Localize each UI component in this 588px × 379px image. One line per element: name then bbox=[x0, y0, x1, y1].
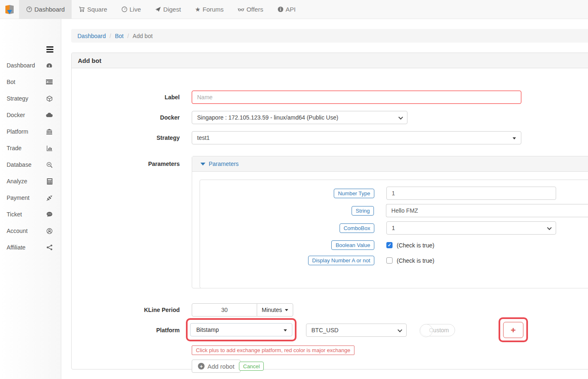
sidebar-item-label: Affiliate bbox=[7, 244, 26, 251]
sidebar-item-label: Payment bbox=[7, 194, 29, 201]
star-icon: ★ bbox=[195, 6, 200, 12]
nav-digest[interactable]: Digest bbox=[148, 0, 188, 19]
bank-icon bbox=[46, 129, 53, 135]
sidebar-item-trade[interactable]: Trade bbox=[0, 140, 61, 156]
top-navbar: Dashboard Square Live Digest ★ Forums Of… bbox=[0, 0, 588, 19]
param-row-boolean: Boolean Value ✓ (Check is true) bbox=[200, 240, 588, 250]
sidebar-item-payment[interactable]: Payment bbox=[0, 190, 61, 206]
sidebar-item-label: Trade bbox=[7, 145, 22, 151]
sidebar-item-label: Bot bbox=[7, 79, 15, 85]
custom-toggle-label: Custom bbox=[429, 327, 449, 333]
strategy-dropdown[interactable]: test1 bbox=[192, 131, 521, 144]
fmz-logo[interactable] bbox=[0, 0, 19, 19]
fmz-logo-icon bbox=[4, 4, 15, 15]
param-row-combobox: ComboBox 1 bbox=[200, 221, 588, 235]
pair-select[interactable]: BTC_USD bbox=[306, 324, 407, 337]
param-row-string: String bbox=[200, 204, 588, 217]
param-boolean-checkbox[interactable]: ✓ bbox=[386, 242, 393, 248]
docker-select-value: Singapore : 172.105.123.59 - linux/amd64… bbox=[197, 114, 338, 121]
label-field-label: Label bbox=[72, 91, 180, 104]
nav-label: Digest bbox=[163, 6, 181, 13]
sidebar-item-label: Platform bbox=[7, 128, 28, 135]
bot-name-input-wrap bbox=[192, 91, 521, 104]
parameters-collapse-header[interactable]: Parameters bbox=[192, 156, 588, 172]
caret-down-icon bbox=[285, 309, 288, 311]
param-badge: Display Number A or not bbox=[308, 256, 374, 265]
custom-toggle[interactable]: Custom bbox=[420, 324, 455, 336]
sidebar-item-strategy[interactable]: Strategy bbox=[0, 90, 61, 107]
param-number-type-input[interactable] bbox=[386, 187, 556, 200]
comment-icon bbox=[46, 211, 53, 217]
param-badge: Number Type bbox=[334, 189, 374, 198]
strategy-field-label: Strategy bbox=[72, 131, 180, 144]
sidebar-item-account[interactable]: Account bbox=[0, 223, 61, 239]
nav-live[interactable]: Live bbox=[114, 0, 148, 19]
nav-dashboard[interactable]: Dashboard bbox=[19, 0, 72, 19]
kline-period-input[interactable] bbox=[192, 303, 257, 317]
breadcrumb-bot-link[interactable]: Bot bbox=[115, 33, 123, 39]
menu-toggle-icon[interactable] bbox=[46, 46, 53, 54]
sidebar-item-label: Docker bbox=[7, 112, 25, 118]
chevron-down-icon bbox=[398, 115, 403, 120]
calculator-icon bbox=[47, 178, 53, 185]
kline-field-label: KLine Period bbox=[72, 303, 180, 317]
sidebar-item-label: Database bbox=[7, 161, 31, 168]
param-boolean-text: (Check is true) bbox=[397, 242, 434, 249]
sidebar-item-docker[interactable]: Docker bbox=[0, 107, 61, 123]
param-badge: Boolean Value bbox=[331, 240, 374, 250]
sidebar-item-platform[interactable]: Platform bbox=[0, 123, 61, 140]
tasks-icon bbox=[46, 79, 53, 85]
breadcrumb-dashboard-link[interactable]: Dashboard bbox=[77, 33, 106, 39]
parameters-header-label: Parameters bbox=[209, 161, 239, 167]
sidebar-item-bot[interactable]: Bot bbox=[0, 74, 61, 90]
param-row-display-a: Display Number A or not (Check is true) bbox=[200, 256, 588, 265]
nav-label: Dashboard bbox=[34, 6, 65, 13]
nav-offers[interactable]: Offers bbox=[231, 0, 270, 19]
cart-icon bbox=[79, 6, 85, 12]
gauge-icon bbox=[46, 62, 53, 69]
sidebar-item-database[interactable]: Database bbox=[0, 156, 61, 173]
share-icon bbox=[46, 245, 53, 250]
sidebar-menu: Dashboard Bot Strategy Docker Platform T… bbox=[0, 57, 61, 256]
bar-chart-icon bbox=[46, 145, 53, 151]
chevron-down-icon bbox=[398, 328, 402, 332]
param-combobox-select[interactable]: 1 bbox=[386, 221, 556, 235]
glasses-icon bbox=[238, 6, 244, 12]
caret-down-icon bbox=[284, 329, 287, 331]
nav-forums[interactable]: ★ Forums bbox=[188, 0, 231, 19]
param-badge: ComboBox bbox=[340, 223, 374, 233]
add-bot-panel: Add bot Label Docker Singapore : 172.105… bbox=[71, 53, 588, 369]
kline-unit-dropdown[interactable]: Minutes bbox=[257, 303, 293, 317]
param-badge: String bbox=[352, 206, 374, 216]
sidebar-item-affiliate[interactable]: Affiliate bbox=[0, 239, 61, 256]
breadcrumb-separator: / bbox=[123, 33, 133, 39]
param-display-a-text: (Check is true) bbox=[397, 257, 434, 264]
add-robot-button[interactable]: + Add robot bbox=[192, 360, 241, 373]
bot-name-input[interactable] bbox=[192, 91, 521, 103]
exchange-dropdown[interactable]: Bitstamp bbox=[190, 323, 292, 336]
sidebar-item-label: Strategy bbox=[7, 95, 28, 102]
add-robot-button-label: Add robot bbox=[207, 363, 234, 370]
exchange-highlight-annotation: Bitstamp bbox=[186, 318, 296, 341]
info-circle-icon bbox=[277, 6, 284, 12]
param-combobox-value: 1 bbox=[392, 225, 395, 231]
cancel-button[interactable]: Cancel bbox=[239, 362, 264, 371]
sidebar-item-analyze[interactable]: Analyze bbox=[0, 173, 61, 190]
nav-square[interactable]: Square bbox=[72, 0, 114, 19]
sidebar-item-ticket[interactable]: Ticket bbox=[0, 206, 61, 223]
nav-api[interactable]: API bbox=[270, 0, 303, 19]
dashboard-clock-icon bbox=[26, 6, 32, 12]
param-display-a-checkbox[interactable] bbox=[386, 257, 393, 264]
breadcrumb: Dashboard / Bot / Add bot bbox=[71, 29, 588, 43]
user-circle-icon bbox=[46, 228, 53, 234]
sidebar-item-dashboard[interactable]: Dashboard bbox=[0, 57, 61, 74]
add-exchange-button[interactable]: + bbox=[503, 322, 523, 338]
breadcrumb-current: Add bot bbox=[133, 33, 152, 39]
exchange-dropdown-value: Bitstamp bbox=[196, 326, 219, 333]
param-string-input[interactable] bbox=[386, 204, 588, 217]
parameters-panel: Parameters Number Type String ComboBox 1 bbox=[192, 156, 588, 288]
sidebar-item-label: Ticket bbox=[7, 211, 22, 218]
add-exchange-highlight-annotation: + bbox=[499, 317, 528, 342]
docker-select[interactable]: Singapore : 172.105.123.59 - linux/amd64… bbox=[192, 111, 407, 124]
sidebar-item-label: Dashboard bbox=[7, 62, 35, 69]
